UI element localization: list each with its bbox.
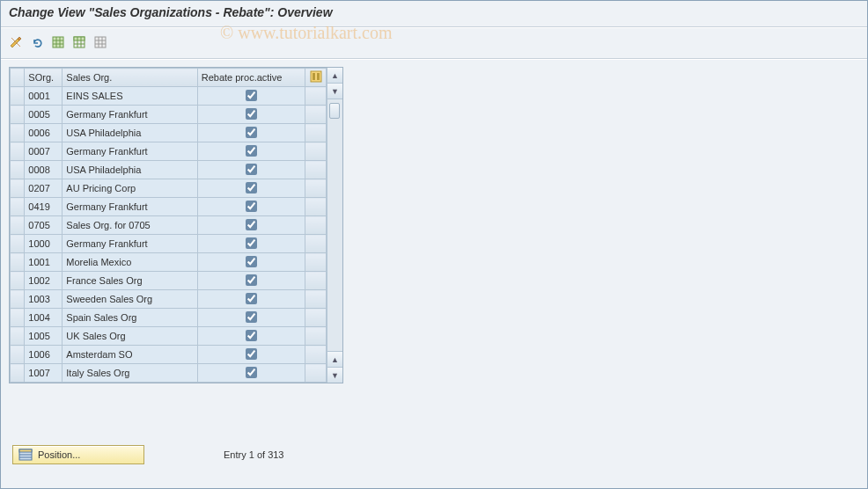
cell-sorg[interactable]: 1005 — [25, 327, 63, 346]
cell-name[interactable]: Italy Sales Org — [63, 364, 197, 383]
position-button[interactable]: Position... — [12, 445, 144, 464]
cell-rebate[interactable] — [197, 216, 305, 235]
row-selector-header[interactable] — [11, 69, 25, 87]
row-selector[interactable] — [11, 179, 25, 198]
row-selector[interactable] — [11, 309, 25, 327]
cell-rebate[interactable] — [197, 364, 305, 383]
cell-sorg[interactable]: 1001 — [25, 253, 63, 272]
rebate-checkbox[interactable] — [246, 145, 257, 157]
row-selector[interactable] — [11, 198, 25, 216]
row-selector[interactable] — [11, 272, 25, 290]
cell-name[interactable]: Spain Sales Org — [63, 309, 197, 327]
row-selector[interactable] — [11, 161, 25, 179]
page-title: Change View "Sales Organizations - Rebat… — [9, 5, 333, 19]
cell-sorg[interactable]: 1006 — [25, 346, 63, 364]
row-selector[interactable] — [11, 216, 25, 235]
cell-rebate[interactable] — [197, 87, 305, 106]
scroll-thumb[interactable] — [329, 103, 340, 119]
cell-name[interactable]: USA Philadelphia — [63, 161, 197, 179]
cell-name[interactable]: Sales Org. for 0705 — [63, 216, 197, 235]
cell-name[interactable]: USA Philadelphia — [63, 124, 197, 142]
rebate-checkbox[interactable] — [246, 182, 257, 193]
row-selector[interactable] — [11, 124, 25, 142]
cell-name[interactable]: France Sales Org — [63, 272, 197, 290]
deselect-all-icon[interactable] — [92, 33, 109, 51]
cell-name[interactable]: AU Pricing Corp — [63, 179, 197, 198]
row-selector[interactable] — [11, 235, 25, 253]
cell-sorg[interactable]: 1002 — [25, 272, 63, 290]
row-trail — [305, 290, 327, 309]
table-config-icon[interactable] — [305, 69, 327, 87]
cell-name[interactable]: Amsterdam SO — [63, 346, 197, 364]
row-selector[interactable] — [11, 327, 25, 346]
cell-rebate[interactable] — [197, 142, 305, 161]
row-selector[interactable] — [11, 253, 25, 272]
cell-sorg[interactable]: 0005 — [25, 106, 63, 124]
cell-rebate[interactable] — [197, 253, 305, 272]
rebate-checkbox[interactable] — [246, 201, 257, 212]
scroll-up-icon[interactable]: ▲ — [327, 68, 342, 84]
rebate-checkbox[interactable] — [246, 90, 257, 101]
cell-name[interactable]: Germany Frankfurt — [63, 106, 197, 124]
rebate-checkbox[interactable] — [246, 274, 257, 286]
cell-rebate[interactable] — [197, 161, 305, 179]
rebate-checkbox[interactable] — [246, 164, 257, 175]
rebate-checkbox[interactable] — [246, 108, 257, 120]
cell-rebate[interactable] — [197, 124, 305, 142]
row-selector[interactable] — [11, 290, 25, 309]
cell-sorg[interactable]: 0705 — [25, 216, 63, 235]
cell-sorg[interactable]: 0419 — [25, 198, 63, 216]
cell-name[interactable]: Morelia Mexico — [63, 253, 197, 272]
row-selector[interactable] — [11, 346, 25, 364]
cell-rebate[interactable] — [197, 272, 305, 290]
cell-sorg[interactable]: 0008 — [25, 161, 63, 179]
cell-sorg[interactable]: 0006 — [25, 124, 63, 142]
cell-sorg[interactable]: 0207 — [25, 179, 63, 198]
rebate-checkbox[interactable] — [246, 330, 257, 341]
rebate-checkbox[interactable] — [246, 237, 257, 249]
cell-sorg[interactable]: 1000 — [25, 235, 63, 253]
cell-sorg[interactable]: 1004 — [25, 309, 63, 327]
col-header-name[interactable]: Sales Org. — [63, 69, 197, 87]
cell-rebate[interactable] — [197, 198, 305, 216]
toggle-change-icon[interactable] — [7, 33, 25, 51]
row-selector[interactable] — [11, 87, 25, 106]
cell-rebate[interactable] — [197, 346, 305, 364]
col-header-sorg[interactable]: SOrg. — [25, 69, 63, 87]
rebate-checkbox[interactable] — [246, 256, 257, 267]
rebate-checkbox[interactable] — [246, 293, 257, 304]
rebate-checkbox[interactable] — [246, 348, 257, 360]
cell-name[interactable]: Germany Frankfurt — [63, 235, 197, 253]
cell-sorg[interactable]: 0001 — [25, 87, 63, 106]
select-all-icon[interactable] — [49, 33, 67, 51]
row-selector[interactable] — [11, 142, 25, 161]
cell-rebate[interactable] — [197, 327, 305, 346]
cell-name[interactable]: UK Sales Org — [63, 327, 197, 346]
cell-rebate[interactable] — [197, 290, 305, 309]
cell-rebate[interactable] — [197, 235, 305, 253]
vertical-scrollbar[interactable]: ▲ ▼ ▲ ▼ — [327, 68, 342, 383]
cell-sorg[interactable]: 0007 — [25, 142, 63, 161]
cell-rebate[interactable] — [197, 106, 305, 124]
row-selector[interactable] — [11, 364, 25, 383]
undo-icon[interactable] — [28, 33, 46, 51]
cell-sorg[interactable]: 1007 — [25, 364, 63, 383]
cell-name[interactable]: Germany Frankfurt — [63, 198, 197, 216]
cell-name[interactable]: Germany Frankfurt — [63, 142, 197, 161]
col-header-rebate[interactable]: Rebate proc.active — [197, 69, 305, 87]
scroll-up-end-icon[interactable]: ▲ — [327, 351, 342, 367]
cell-rebate[interactable] — [197, 309, 305, 327]
cell-sorg[interactable]: 1003 — [25, 290, 63, 309]
rebate-checkbox[interactable] — [246, 127, 257, 138]
scroll-down-step-icon[interactable]: ▼ — [327, 84, 342, 99]
select-block-icon[interactable] — [70, 33, 88, 51]
cell-rebate[interactable] — [197, 179, 305, 198]
cell-name[interactable]: Sweeden Sales Org — [63, 290, 197, 309]
scroll-down-icon[interactable]: ▼ — [327, 367, 342, 383]
cell-name[interactable]: EINS SALES — [63, 87, 197, 106]
rebate-checkbox[interactable] — [246, 367, 257, 378]
row-selector[interactable] — [11, 106, 25, 124]
scroll-track[interactable] — [327, 99, 342, 351]
rebate-checkbox[interactable] — [246, 311, 257, 323]
rebate-checkbox[interactable] — [246, 219, 257, 230]
